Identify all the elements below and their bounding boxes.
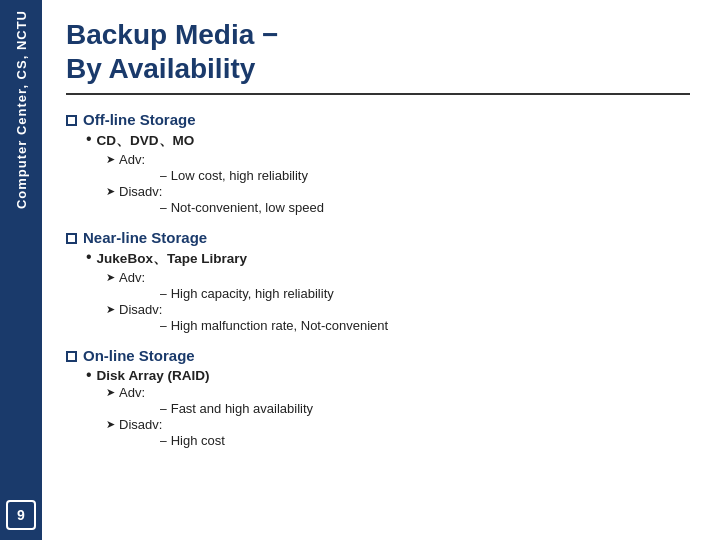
online-disadv-line: ➤ Disadv: bbox=[106, 417, 690, 432]
section-nearline: Near-line Storage • JukeBox、Tape Library… bbox=[66, 229, 690, 333]
dot-icon: • bbox=[86, 249, 92, 265]
online-adv-block: ➤ Adv: – Fast and high availability ➤ Di… bbox=[106, 385, 690, 448]
bullet-icon bbox=[66, 351, 77, 362]
online-adv-line: ➤ Adv: bbox=[106, 385, 690, 400]
nearline-disadv-detail: – High malfunction rate, Not-convenient bbox=[160, 318, 690, 333]
nearline-adv-detail: – High capacity, high reliability bbox=[160, 286, 690, 301]
online-adv-detail: – Fast and high availability bbox=[160, 401, 690, 416]
sidebar-label: Computer Center, CS, NCTU bbox=[14, 10, 29, 209]
section-nearline-title: Near-line Storage bbox=[66, 229, 690, 246]
triangle-icon: ➤ bbox=[106, 153, 115, 166]
triangle-icon: ➤ bbox=[106, 418, 115, 431]
online-subitem: • Disk Array (RAID) bbox=[86, 368, 690, 383]
bullet-icon bbox=[66, 233, 77, 244]
section-offline: Off-line Storage • CD、DVD、MO ➤ Adv: – Lo… bbox=[66, 111, 690, 215]
triangle-icon: ➤ bbox=[106, 185, 115, 198]
dot-icon: • bbox=[86, 131, 92, 147]
triangle-icon: ➤ bbox=[106, 386, 115, 399]
offline-subitem: • CD、DVD、MO bbox=[86, 132, 690, 150]
offline-adv-line: ➤ Adv: bbox=[106, 152, 690, 167]
nearline-subitem: • JukeBox、Tape Library bbox=[86, 250, 690, 268]
slide-number: 9 bbox=[6, 500, 36, 530]
offline-disadv-detail: – Not-convenient, low speed bbox=[160, 200, 690, 215]
nearline-adv-block: ➤ Adv: – High capacity, high reliability… bbox=[106, 270, 690, 333]
bullet-icon bbox=[66, 115, 77, 126]
nearline-adv-line: ➤ Adv: bbox=[106, 270, 690, 285]
offline-disadv-line: ➤ Disadv: bbox=[106, 184, 690, 199]
main-content: Backup Media − By Availability Off-line … bbox=[42, 0, 720, 540]
section-offline-title: Off-line Storage bbox=[66, 111, 690, 128]
offline-adv-block: ➤ Adv: – Low cost, high reliability ➤ Di… bbox=[106, 152, 690, 215]
offline-adv-detail: – Low cost, high reliability bbox=[160, 168, 690, 183]
section-online-title: On-line Storage bbox=[66, 347, 690, 364]
nearline-disadv-line: ➤ Disadv: bbox=[106, 302, 690, 317]
dot-icon: • bbox=[86, 367, 92, 383]
sidebar: Computer Center, CS, NCTU 9 bbox=[0, 0, 42, 540]
slide-title: Backup Media − By Availability bbox=[66, 18, 690, 85]
section-online: On-line Storage • Disk Array (RAID) ➤ Ad… bbox=[66, 347, 690, 448]
title-section: Backup Media − By Availability bbox=[66, 18, 690, 95]
content-body: Off-line Storage • CD、DVD、MO ➤ Adv: – Lo… bbox=[66, 111, 690, 522]
online-disadv-detail: – High cost bbox=[160, 433, 690, 448]
triangle-icon: ➤ bbox=[106, 271, 115, 284]
triangle-icon: ➤ bbox=[106, 303, 115, 316]
